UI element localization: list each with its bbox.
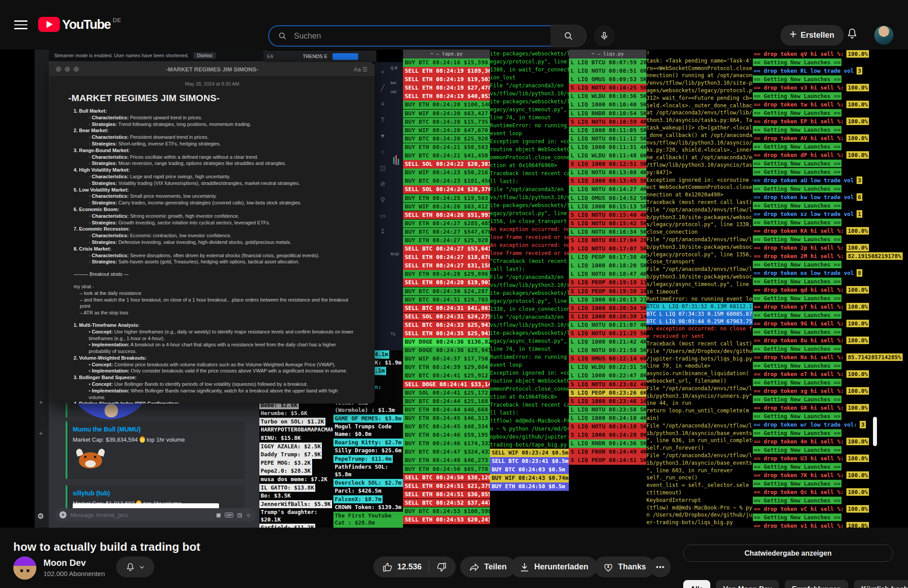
liquidation-row: L LIQ NOTU 08:08:51 6K — [569, 67, 646, 75]
trade-row: SELL SOL 08:24:31 $24,275 — [403, 313, 490, 321]
chip-empfehlungen[interactable]: Empfehlungen — [785, 580, 848, 588]
liquidation-row: S LIQ NOTU 08:23:02 4K — [569, 380, 646, 389]
hamburger-menu-icon[interactable] — [14, 18, 27, 29]
launch-log-row: == drop token 9G hi sell %:100.0% — [753, 319, 908, 328]
drawing-tool-icon: ↧ — [379, 228, 386, 235]
liquidation-row: S LIQ 1000 08:20:39 14K — [569, 313, 646, 321]
launch-log-row: == drop token 8u hi sell %:100.0% — [753, 336, 908, 345]
meme-price-row: FalconX: $8.7m — [333, 495, 383, 504]
liquidation-row: S LIQ NOTU 08:21:25 5K — [569, 329, 646, 338]
chat-replay-button[interactable]: Chatwiedergabe anzeigen — [683, 545, 893, 562]
trade-row: BUY DOGE 08:24:36 $136,825 — [403, 338, 490, 346]
meme-price-row: Roaring Kitty: $2.7m — [333, 439, 403, 447]
traceback-line: call last): — [490, 265, 569, 273]
like-button[interactable]: 12.536 — [375, 562, 429, 572]
note-line: Characteristics: Small price movements, … — [89, 193, 356, 200]
traceback-line: File "/opt/anaconda3/envs/tflow/l — [646, 452, 753, 459]
note-line: Characteristics: Severe disruptions, oft… — [89, 252, 356, 259]
chip-alle[interactable]: Alle — [683, 580, 710, 588]
trade-row: SELL ETH 08:24:35 $25,941 — [403, 329, 490, 338]
traceback-line: close_transport — [646, 258, 753, 266]
search-input[interactable] — [293, 31, 525, 41]
create-button[interactable]: + Erstellen — [780, 25, 844, 46]
launch-log-row: == drop token Qc hi sell %:100.0% — [753, 488, 908, 496]
big-trade-row: SELL WIF 08:23:24 $0.5m — [490, 449, 569, 457]
download-button[interactable]: Herunterladen — [510, 557, 597, 577]
chip-von-moon-dev[interactable]: Von Moon Dev — [716, 580, 779, 588]
dislike-button[interactable] — [429, 562, 454, 572]
more-actions-button[interactable]: ••• — [650, 557, 671, 577]
meme-price-row: PepeTrump: $11.4m — [333, 455, 393, 463]
launch-log-row: == drop token qd hi sell %:100.0% — [753, 286, 908, 294]
meme-price-row: IL GATTO: $13.8K — [259, 484, 315, 492]
note-line — [68, 278, 356, 283]
liquidation-row: S LIQ NOTU 08:15:40 4K — [569, 211, 646, 220]
note-line: Implementation: Only consider breakouts … — [89, 368, 356, 374]
account-avatar[interactable] — [874, 26, 893, 45]
traceback-line: 312> wait_for=<Future pending cb=[sh — [646, 94, 753, 102]
channel-avatar[interactable] — [13, 557, 36, 580]
drawing-tool-icon: ○ — [379, 148, 386, 155]
youtube-logo[interactable]: YouTube DE — [38, 17, 121, 32]
background-tab-strip: EA TRENDS E — [263, 51, 376, 62]
note-line: Characteristics: Large and rapid price s… — [89, 173, 356, 180]
search-button[interactable] — [551, 25, 587, 47]
trade-row: BUY BTC 08:24:53 $100,598 — [403, 507, 490, 516]
notifications-button[interactable] — [846, 27, 858, 42]
search-box[interactable] — [268, 25, 551, 47]
candle-fragment — [395, 155, 397, 165]
chip-kuerzlich[interactable]: Kürzlich hochgeladen — [854, 580, 908, 588]
voice-search-button[interactable] — [594, 25, 615, 47]
share-button[interactable]: Teilen — [460, 557, 516, 577]
meme-price-row: JennerWifBalls: $5.9K — [259, 500, 332, 509]
note-line: Concept: Use Bollinger Bands to identify… — [89, 381, 356, 388]
liquidation-row: S LIQ NOTU 08:15:42 5K — [569, 220, 646, 228]
trade-row: BUY ETH 08:24:44 $46,668 — [403, 406, 490, 414]
note-body: 1. Bull Market: Characteristics: Persist… — [68, 108, 356, 404]
trade-row: SELL DOGE 08:24:41 $33,146 — [403, 380, 490, 389]
launch-log-row: == drop token tw hi sell %:100.0% — [753, 100, 908, 109]
liquidation-row: L LIQ 1000 08:10:40 5K — [569, 101, 646, 109]
traceback-line: Traceback (most recent call last): — [646, 199, 753, 206]
liquidation-row: L LIQ WLDU 08:22:31 5K — [569, 363, 646, 372]
launch-log-row: == Getting New Launches == — [753, 328, 908, 336]
trade-row: BUY WIF 08:24:20 $47,670 — [403, 126, 490, 135]
traceback-line: RuntimeError: no running event loop — [646, 295, 753, 303]
liquidation-row: L LIQ OMUS 08:14:52 5K — [569, 194, 646, 203]
scrollbar-thumb[interactable] — [873, 417, 877, 446]
trade-row: SELL ETH 08:24:27 $18,678 — [403, 253, 490, 262]
liquidation-row: L LIQ NOTU 08:21:07 4K — [569, 321, 646, 329]
trade-row: BUY BTC 08:24:20 $15,735 — [403, 118, 490, 126]
discord-embed-mumu: Mumu the Bull (MUMU) Market Cap: $39,834… — [67, 421, 245, 479]
subscribed-button[interactable] — [116, 557, 154, 577]
attach-plus-icon: + — [59, 511, 67, 518]
launch-log-row: == Getting New Launches == — [753, 75, 908, 83]
channel-name[interactable]: Moon Dev — [43, 558, 86, 568]
liquidation-row: S LIQ NOTU 08:10:59 4K — [569, 118, 646, 126]
note-line: Strategies: Trend-following strategies, … — [89, 121, 356, 128]
trade-row: BUY BTC 08:24:44 $25,168 — [403, 397, 490, 406]
chart-drawing-toolbar: +╱≡T♥○◫⊘⚲▭↧ Q BMAVolRADT11DCr — [375, 62, 403, 369]
youtube-masthead: YouTube DE + Erstellen — [0, 0, 908, 50]
trade-row: BUY ETH 08:24:50 $65,778 — [403, 465, 490, 474]
traceback-line: self._run_once() — [646, 474, 753, 482]
note-line: Characteristics: Prices oscillate within… — [89, 154, 356, 161]
meme-price-row: 8INU: $15.8K — [259, 434, 333, 443]
trade-row: BUY ETH 08:24:46 $59,195 — [403, 431, 490, 439]
liquidation-row: L LIQ WLDU 08:11:48 6K — [569, 152, 646, 160]
launch-log-row: == Getting New Launches == — [753, 294, 908, 302]
traceback-line: task_wakeup()]> cb=[gather.<locals>. — [646, 124, 753, 132]
notes-window: -MARKET REGIMES JIM SIMONS- Aa ☰ May 28,… — [50, 62, 375, 404]
video-player[interactable]: + + ⚙ Streamer mode is enabled. User nam… — [0, 50, 908, 528]
liquidation-row: L LIQ NOTU 08:11:12 5K — [569, 135, 646, 143]
liquidation-row: L LIQ PEOP 08:17:38 4K — [569, 253, 646, 262]
trade-row: BUY BTC 08:24:45 $48,334 — [403, 423, 490, 431]
traceback-line: lose frame received or se — [490, 249, 569, 257]
launch-log-row: == Getting New Launches == — [753, 159, 908, 168]
traceback-line: task: <Task pending name='Task-4' co — [646, 57, 753, 65]
trade-row: BUY ETH 08:24:27 $25,928 — [403, 236, 490, 245]
liquidation-row: S LIQ PEOP 08:19:19 11K — [569, 278, 646, 287]
note-line: Strategies: Volatility trading (VIX futu… — [89, 180, 356, 187]
thanks-button[interactable]: $ Thanks — [594, 557, 655, 577]
launch-log-row: == drop token RL low trade vol3 — [753, 67, 908, 75]
